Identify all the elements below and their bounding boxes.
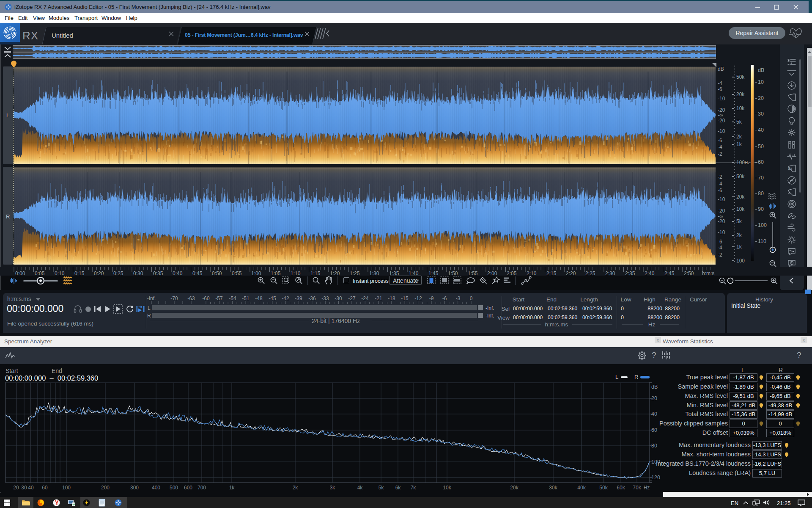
svg-text:Ss: Ss — [788, 166, 793, 171]
